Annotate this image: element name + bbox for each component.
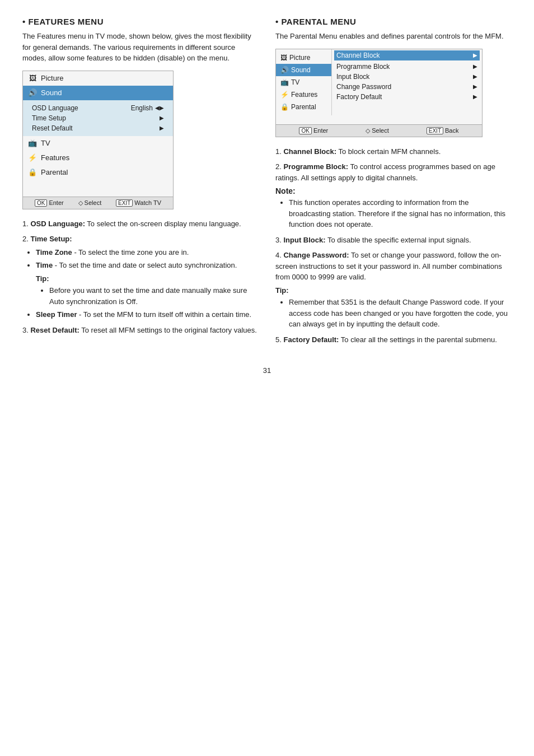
parental-item-channel-block[interactable]: Channel Block ▶ xyxy=(334,50,480,60)
factory-default-label: Factory Default xyxy=(336,93,473,101)
menu-label-parental: Parental xyxy=(41,168,168,176)
parental-tip-item: Remember that 5351 is the default Change… xyxy=(289,297,512,330)
features-menu-box: 🖼 Picture 🔊 Sound OSD Language English ◀… xyxy=(22,71,174,209)
menu-sub-items: OSD Language English ◀▶ Time Setup ▶ Res… xyxy=(23,100,173,136)
parental-footer-exit: EXIT Back xyxy=(427,127,459,134)
sub-val-osd: English xyxy=(131,104,153,112)
sub-row-reset[interactable]: Reset Default ▶ xyxy=(32,124,164,133)
menu-row-parental[interactable]: 🔒 Parental xyxy=(23,165,173,180)
parental-exit-key: EXIT xyxy=(427,127,443,134)
parental-tv-icon: 📺 xyxy=(280,78,289,86)
list-item-2: 2. Time Setup: Time Zone - To select the… xyxy=(22,234,259,320)
menu-footer: OK Enter ◇ Select EXIT Watch TV xyxy=(23,197,173,209)
parental-pic-label: Picture xyxy=(289,54,310,62)
arrow-time: ▶ xyxy=(160,115,164,121)
note-label: Note: xyxy=(275,185,512,197)
time-tip-item: Before you want to set the time and date… xyxy=(49,285,259,307)
item-3-num: 3. xyxy=(22,326,30,334)
input-block-label: Input Block xyxy=(336,73,473,81)
parental-par-label: Parental xyxy=(291,103,316,111)
parental-footer-select: ◇ Select xyxy=(366,127,389,134)
parental-item-input-block[interactable]: Input Block ▶ xyxy=(336,72,477,82)
parental-feat-icon: ⚡ xyxy=(280,91,289,99)
menu-row-tv[interactable]: 📺 TV xyxy=(23,136,173,151)
parental-list-item-1: 1. Channel Block: To block certain MFM c… xyxy=(275,146,512,157)
picture-icon: 🖼 xyxy=(27,73,38,83)
change-password-arrow: ▶ xyxy=(473,83,477,90)
parental-par-icon: 🔒 xyxy=(280,103,289,111)
parental-sidebar-features[interactable]: ⚡ Features xyxy=(276,88,331,101)
sub-row-osd[interactable]: OSD Language English ◀▶ xyxy=(32,104,164,113)
list-item-1: 1. OSD Language: To select the on-screen… xyxy=(22,218,259,230)
item-2-bold: Time Setup: xyxy=(30,235,72,243)
parental-list-item-4: 4. Change Password: To set or change you… xyxy=(275,250,512,330)
time-tip-list: Before you want to set the time and date… xyxy=(49,285,259,307)
item-1-bold: OSD Language: xyxy=(30,220,85,228)
sub-item-timezone: Time Zone - To select the time zone you … xyxy=(36,247,259,258)
programme-block-label: Programme Block xyxy=(336,63,473,71)
item-3-bold: Reset Default: xyxy=(30,326,79,334)
exit-key: EXIT xyxy=(116,199,133,207)
parental-sidebar-sound[interactable]: 🔊 Sound xyxy=(276,64,331,76)
parental-list-item-5: 5. Factory Default: To clear all the set… xyxy=(275,334,512,346)
right-column: PARENTAL MENU The Parental Menu enables … xyxy=(275,17,512,349)
parental-item-change-password[interactable]: Change Password ▶ xyxy=(336,82,477,92)
menu-label-sound: Sound xyxy=(41,88,168,97)
parental-tv-label: TV xyxy=(291,78,299,86)
sub-label-time: Time Setup xyxy=(32,114,157,122)
note-item: This function operates according to info… xyxy=(289,197,512,230)
parental-pic-icon: 🖼 xyxy=(280,54,287,62)
parental-item-programme-block[interactable]: Programme Block ▶ xyxy=(336,62,477,72)
sub-label-reset: Reset Default xyxy=(32,124,157,132)
note-list: This function operates according to info… xyxy=(289,197,512,230)
menu-row-picture[interactable]: 🖼 Picture xyxy=(23,71,173,86)
features-menu-title: FEATURES MENU xyxy=(22,17,259,26)
list-item-3: 3. Reset Default: To reset all MFM setti… xyxy=(22,325,259,336)
item-3-text: To reset all MFM settings to the origina… xyxy=(79,326,257,334)
time-setup-sublist: Time Zone - To select the time zone you … xyxy=(36,247,259,320)
tip-label-time: Tip: xyxy=(36,273,259,284)
item-1-text: To select the on-screen display menu lan… xyxy=(85,220,241,228)
parental-footer: OK Enter ◇ Select EXIT Back xyxy=(276,124,482,137)
parental-menu-body: 🖼 Picture 🔊 Sound 📺 TV ⚡ Features xyxy=(276,49,482,115)
footer-exit: EXIT Watch TV xyxy=(116,199,161,207)
sub-item-time: Time - To set the time and date or selec… xyxy=(36,260,259,307)
menu-label-features: Features xyxy=(41,153,168,162)
parental-list: 1. Channel Block: To block certain MFM c… xyxy=(275,146,512,346)
parental-menu-title: PARENTAL MENU xyxy=(275,17,512,26)
parental-footer-ok: OK Enter xyxy=(299,127,328,134)
parental-feat-label: Features xyxy=(291,91,317,99)
left-column: FEATURES MENU The Features menu in TV mo… xyxy=(22,17,259,349)
parental-sidebar-tv[interactable]: 📺 TV xyxy=(276,76,331,88)
menu-label-picture: Picture xyxy=(41,74,168,82)
sub-row-time[interactable]: Time Setup ▶ xyxy=(32,114,164,123)
features-list: 1. OSD Language: To select the on-screen… xyxy=(22,218,259,336)
channel-block-arrow: ▶ xyxy=(473,52,477,58)
item-2-num: 2. xyxy=(22,235,30,243)
sub-item-sleep: Sleep Timer - To set the MFM to turn its… xyxy=(36,309,259,320)
item-1-num: 1. xyxy=(22,220,30,228)
sound-icon: 🔊 xyxy=(27,88,38,98)
parental-menu-desc: The Parental Menu enables and defines pa… xyxy=(275,31,512,42)
footer-select: ◇ Select xyxy=(78,199,102,207)
parental-sidebar-picture[interactable]: 🖼 Picture xyxy=(276,52,331,64)
menu-row-sound[interactable]: 🔊 Sound xyxy=(23,86,173,100)
footer-ok: OK Enter xyxy=(35,199,64,207)
page-number: 31 xyxy=(22,366,512,375)
factory-default-arrow: ▶ xyxy=(473,94,477,100)
menu-label-tv: TV xyxy=(41,139,168,147)
ok-key: OK xyxy=(35,199,47,207)
parental-icon: 🔒 xyxy=(27,167,38,178)
arrow-osd: ◀▶ xyxy=(155,105,164,111)
tv-icon: 📺 xyxy=(27,138,38,148)
parental-tip-label: Tip: xyxy=(275,285,512,296)
parental-list-item-2: 2. Programme Block: To control access pr… xyxy=(275,161,512,230)
parental-sidebar-parental[interactable]: 🔒 Parental xyxy=(276,101,331,113)
programme-block-arrow: ▶ xyxy=(473,63,477,69)
menu-row-features[interactable]: ⚡ Features xyxy=(23,151,173,165)
parental-item-factory-default[interactable]: Factory Default ▶ xyxy=(336,92,477,102)
parental-list-item-3: 3. Input Block: To disable the specific … xyxy=(275,235,512,246)
parental-menu-box: 🖼 Picture 🔊 Sound 📺 TV ⚡ Features xyxy=(275,49,483,137)
arrow-reset: ▶ xyxy=(160,125,164,131)
parental-sidebar: 🖼 Picture 🔊 Sound 📺 TV ⚡ Features xyxy=(276,49,332,115)
